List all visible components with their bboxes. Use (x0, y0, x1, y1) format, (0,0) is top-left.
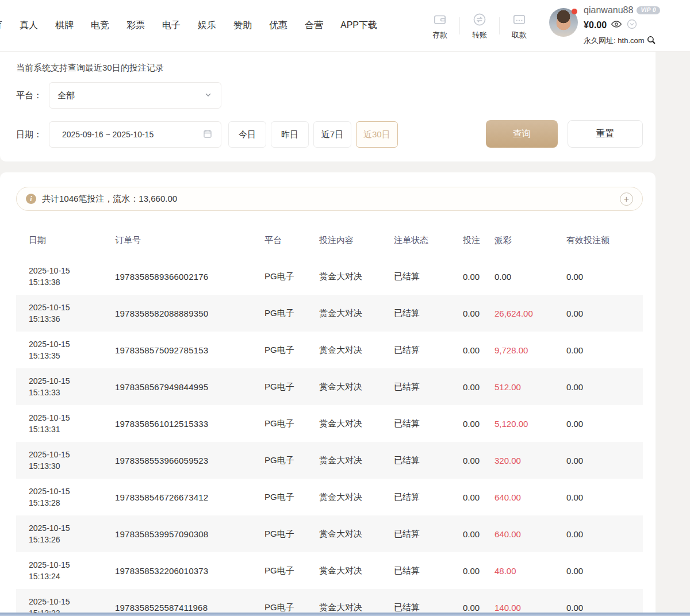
cell-payout: 9,728.00 (494, 345, 566, 355)
cell-time-value: 15:13:31 (29, 424, 115, 435)
cell-platform: PG电子 (264, 345, 319, 356)
platform-label: 平台： (16, 90, 42, 101)
nav-item-entertainment[interactable]: 娱乐 (198, 20, 216, 32)
date-range-input[interactable]: 2025-09-16 ~ 2025-10-15 (49, 121, 221, 148)
cell-time-value: 15:13:35 (29, 350, 115, 361)
nav-item-esports[interactable]: 电竞 (91, 20, 109, 32)
nav-item-cards[interactable]: 棋牌 (55, 20, 74, 32)
quick-range-today[interactable]: 今日 (228, 121, 266, 148)
cell-valid-bet: 0.00 (566, 492, 643, 502)
withdraw-button[interactable]: 取款 (501, 12, 538, 40)
platform-select[interactable]: 全部 (49, 82, 221, 109)
cell-order: 1978358539957090308 (115, 529, 264, 539)
cell-valid-bet: 0.00 (566, 309, 643, 318)
cell-payout: 48.00 (494, 566, 566, 576)
vip-badge: VIP 0 (637, 6, 660, 14)
cell-platform: PG电子 (264, 418, 319, 429)
eye-icon[interactable] (611, 20, 622, 30)
nav-item-promo[interactable]: 优惠 (269, 20, 288, 32)
cell-valid-bet: 0.00 (566, 345, 643, 355)
nav-item-app-download[interactable]: APP下载 (340, 20, 377, 32)
quick-range-7days[interactable]: 近7日 (313, 121, 351, 148)
cell-payout: 640.00 (494, 492, 566, 502)
cell-valid-bet: 0.00 (566, 382, 643, 392)
cell-order: 1978358589366002176 (115, 272, 264, 282)
cell-date: 2025-10-15 15:13:31 (29, 412, 115, 435)
cell-content: 赏金大对决 (319, 418, 394, 429)
cell-platform: PG电子 (264, 382, 319, 392)
reset-button[interactable]: 重置 (568, 120, 643, 148)
cell-valid-bet: 0.00 (566, 456, 643, 465)
deposit-button[interactable]: 存款 (421, 12, 458, 40)
cell-content: 赏金大对决 (319, 455, 394, 466)
table-row: 2025-10-15 15:13:31 1978358561012515333 … (16, 405, 643, 442)
cell-bet: 0.00 (463, 309, 494, 318)
table-row: 2025-10-15 15:13:26 1978358539957090308 … (16, 515, 643, 552)
expand-plus-icon[interactable]: + (620, 192, 633, 206)
cell-order: 1978358567949844995 (115, 382, 264, 392)
cell-date-value: 2025-10-15 (29, 449, 115, 460)
chevron-down-circle-icon[interactable] (626, 18, 638, 32)
cell-date-value: 2025-10-15 (29, 265, 115, 276)
cell-platform: PG电子 (264, 565, 319, 576)
avatar[interactable] (549, 8, 578, 37)
col-payout: 派彩 (494, 235, 566, 246)
quick-range-yesterday[interactable]: 昨日 (271, 121, 309, 148)
info-icon: i (26, 194, 36, 204)
cell-platform: PG电子 (264, 602, 319, 613)
col-order: 订单号 (115, 235, 264, 246)
cell-payout: 320.00 (494, 456, 566, 465)
cell-payout: 5,120.00 (494, 419, 566, 429)
cell-content: 赏金大对决 (319, 345, 394, 356)
cell-platform: PG电子 (264, 271, 319, 282)
balance-amount: ¥0.00 (584, 21, 607, 30)
cell-date: 2025-10-15 15:13:35 (29, 338, 115, 361)
nav-item-lottery[interactable]: 彩票 (126, 20, 145, 32)
cell-bet: 0.00 (463, 456, 494, 465)
cell-bet: 0.00 (463, 603, 494, 613)
cell-order: 1978358582088889350 (115, 309, 264, 318)
cell-date: 2025-10-15 15:13:30 (29, 449, 115, 472)
cell-payout: 512.00 (494, 382, 566, 392)
nav-item-sports[interactable]: 育 (0, 20, 2, 32)
cell-status: 已结算 (394, 529, 463, 540)
site-url: 永久网址: hth.com (584, 37, 644, 44)
nav-item-sponsor[interactable]: 赞助 (233, 20, 252, 32)
window-bottom-edge (0, 613, 690, 616)
transfer-button[interactable]: 转账 (461, 12, 498, 40)
transfer-icon (472, 12, 487, 27)
nav-item-slots[interactable]: 电子 (162, 20, 181, 32)
nav-item-live[interactable]: 真人 (20, 20, 38, 32)
cell-bet: 0.00 (463, 345, 494, 355)
cell-time-value: 15:13:26 (29, 534, 115, 545)
col-valid-bet: 有效投注额 (566, 235, 643, 246)
cell-time-value: 15:13:30 (29, 460, 115, 472)
query-button[interactable]: 查询 (486, 120, 558, 148)
wallet-icon (432, 12, 447, 27)
bet-records-panel: i 共计1046笔投注，流水：13,660.00 + 日期 订单号 平台 投注内… (0, 172, 656, 616)
cell-order: 1978358575092785153 (115, 345, 264, 355)
table-row: 2025-10-15 15:13:23 1978358525587411968 … (16, 589, 643, 616)
main-nav: 育 真人 棋牌 电竞 彩票 电子 娱乐 赞助 优惠 合营 APP下载 (0, 20, 377, 32)
cell-order: 1978358525587411968 (115, 603, 264, 613)
nav-item-affiliate[interactable]: 合营 (305, 20, 323, 32)
calendar-icon (202, 129, 213, 141)
quick-range-30days[interactable]: 近30日 (356, 121, 398, 148)
cell-status: 已结算 (394, 492, 463, 503)
table-row: 2025-10-15 15:13:30 1978358553966059523 … (16, 442, 643, 479)
cell-date-value: 2025-10-15 (29, 559, 115, 571)
cell-platform: PG电子 (264, 492, 319, 503)
record-range-notice: 当前系统支持查询最近30日的投注记录 (16, 63, 164, 74)
table-row: 2025-10-15 15:13:36 1978358582088889350 … (16, 295, 643, 332)
table-row: 2025-10-15 15:13:38 1978358589366002176 … (16, 258, 643, 295)
cell-date: 2025-10-15 15:13:26 (29, 522, 115, 545)
cell-date-value: 2025-10-15 (29, 596, 115, 607)
magnifier-icon[interactable] (646, 35, 656, 46)
cell-payout: 640.00 (494, 529, 566, 539)
cell-valid-bet: 0.00 (566, 419, 643, 429)
cell-status: 已结算 (394, 345, 463, 356)
cell-bet: 0.00 (463, 272, 494, 282)
cell-date-value: 2025-10-15 (29, 302, 115, 313)
deposit-label: 存款 (432, 30, 447, 40)
bet-records-table: 日期 订单号 平台 投注内容 注单状态 投注 派彩 有效投注额 2025-10-… (16, 227, 643, 616)
